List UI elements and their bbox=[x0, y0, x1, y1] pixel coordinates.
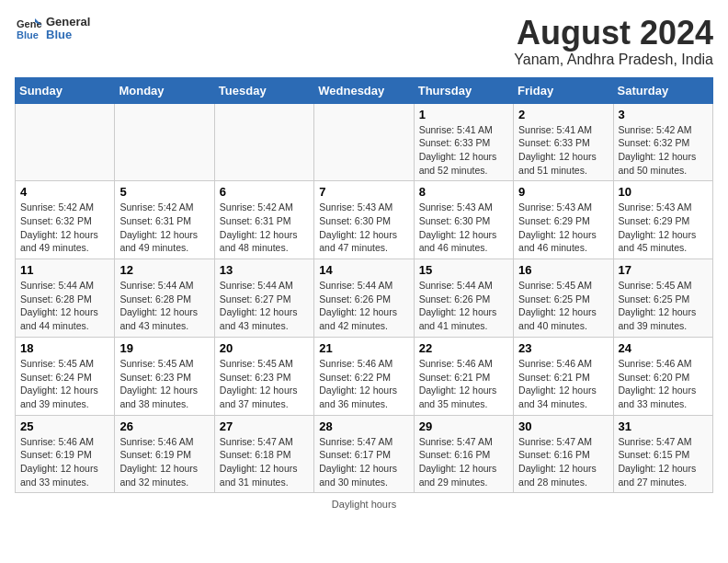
calendar-cell bbox=[314, 103, 414, 181]
day-info: Sunrise: 5:43 AM Sunset: 6:30 PM Dayligh… bbox=[319, 201, 408, 255]
calendar-title: August 2024 bbox=[514, 15, 713, 52]
calendar-cell: 10Sunrise: 5:43 AM Sunset: 6:29 PM Dayli… bbox=[613, 181, 712, 259]
calendar-cell: 19Sunrise: 5:45 AM Sunset: 6:23 PM Dayli… bbox=[115, 337, 214, 415]
calendar-cell: 29Sunrise: 5:47 AM Sunset: 6:16 PM Dayli… bbox=[414, 415, 513, 493]
logo: General Blue General Blue bbox=[15, 15, 90, 42]
week-row-5: 25Sunrise: 5:46 AM Sunset: 6:19 PM Dayli… bbox=[16, 415, 713, 493]
week-row-4: 18Sunrise: 5:45 AM Sunset: 6:24 PM Dayli… bbox=[16, 337, 713, 415]
calendar-cell: 24Sunrise: 5:46 AM Sunset: 6:20 PM Dayli… bbox=[613, 337, 712, 415]
day-number: 8 bbox=[419, 185, 508, 199]
day-info: Sunrise: 5:46 AM Sunset: 6:19 PM Dayligh… bbox=[119, 435, 209, 489]
day-info: Sunrise: 5:45 AM Sunset: 6:25 PM Dayligh… bbox=[619, 279, 708, 333]
calendar-cell: 21Sunrise: 5:46 AM Sunset: 6:22 PM Dayli… bbox=[314, 337, 414, 415]
logo-line1: General bbox=[46, 16, 90, 29]
calendar-cell: 4Sunrise: 5:42 AM Sunset: 6:32 PM Daylig… bbox=[16, 181, 115, 259]
day-info: Sunrise: 5:41 AM Sunset: 6:33 PM Dayligh… bbox=[419, 123, 508, 178]
calendar-cell: 8Sunrise: 5:43 AM Sunset: 6:30 PM Daylig… bbox=[414, 181, 513, 259]
calendar-cell: 27Sunrise: 5:47 AM Sunset: 6:18 PM Dayli… bbox=[214, 415, 313, 493]
calendar-cell: 15Sunrise: 5:44 AM Sunset: 6:26 PM Dayli… bbox=[414, 259, 513, 338]
header-day-tuesday: Tuesday bbox=[214, 77, 313, 103]
day-number: 18 bbox=[20, 341, 109, 355]
header-day-monday: Monday bbox=[115, 77, 214, 103]
day-info: Sunrise: 5:45 AM Sunset: 6:23 PM Dayligh… bbox=[220, 357, 309, 411]
day-info: Sunrise: 5:47 AM Sunset: 6:17 PM Dayligh… bbox=[319, 435, 408, 489]
day-number: 17 bbox=[619, 263, 708, 277]
calendar-cell: 31Sunrise: 5:47 AM Sunset: 6:15 PM Dayli… bbox=[613, 415, 712, 493]
week-row-3: 11Sunrise: 5:44 AM Sunset: 6:28 PM Dayli… bbox=[16, 259, 713, 338]
calendar-cell: 2Sunrise: 5:41 AM Sunset: 6:33 PM Daylig… bbox=[514, 103, 613, 181]
day-number: 21 bbox=[319, 341, 408, 355]
page-header: General Blue General Blue August 2024 Ya… bbox=[15, 15, 713, 68]
day-number: 14 bbox=[319, 263, 408, 277]
header-day-sunday: Sunday bbox=[16, 77, 115, 103]
calendar-cell: 30Sunrise: 5:47 AM Sunset: 6:16 PM Dayli… bbox=[514, 415, 613, 493]
calendar-cell: 28Sunrise: 5:47 AM Sunset: 6:17 PM Dayli… bbox=[314, 415, 414, 493]
day-info: Sunrise: 5:46 AM Sunset: 6:21 PM Dayligh… bbox=[419, 357, 508, 411]
day-number: 4 bbox=[20, 185, 109, 199]
day-info: Sunrise: 5:43 AM Sunset: 6:29 PM Dayligh… bbox=[619, 201, 708, 255]
day-info: Sunrise: 5:44 AM Sunset: 6:27 PM Dayligh… bbox=[220, 279, 309, 333]
calendar-cell: 22Sunrise: 5:46 AM Sunset: 6:21 PM Dayli… bbox=[414, 337, 513, 415]
day-info: Sunrise: 5:45 AM Sunset: 6:24 PM Dayligh… bbox=[20, 357, 109, 411]
calendar-cell: 14Sunrise: 5:44 AM Sunset: 6:26 PM Dayli… bbox=[314, 259, 414, 338]
svg-text:General: General bbox=[17, 18, 42, 29]
day-number: 7 bbox=[319, 185, 408, 199]
logo-icon: General Blue bbox=[15, 15, 42, 42]
calendar-cell: 12Sunrise: 5:44 AM Sunset: 6:28 PM Dayli… bbox=[115, 259, 214, 338]
day-number: 29 bbox=[419, 419, 508, 433]
day-info: Sunrise: 5:43 AM Sunset: 6:30 PM Dayligh… bbox=[419, 201, 508, 255]
calendar-cell: 25Sunrise: 5:46 AM Sunset: 6:19 PM Dayli… bbox=[16, 415, 115, 493]
header-day-friday: Friday bbox=[514, 77, 613, 103]
day-info: Sunrise: 5:42 AM Sunset: 6:32 PM Dayligh… bbox=[619, 123, 708, 178]
day-info: Sunrise: 5:45 AM Sunset: 6:25 PM Dayligh… bbox=[518, 279, 608, 333]
calendar-cell: 23Sunrise: 5:46 AM Sunset: 6:21 PM Dayli… bbox=[514, 337, 613, 415]
calendar-subtitle: Yanam, Andhra Pradesh, India bbox=[514, 52, 713, 68]
calendar-cell: 7Sunrise: 5:43 AM Sunset: 6:30 PM Daylig… bbox=[314, 181, 414, 259]
title-area: August 2024 Yanam, Andhra Pradesh, India bbox=[514, 15, 713, 68]
calendar-cell: 3Sunrise: 5:42 AM Sunset: 6:32 PM Daylig… bbox=[613, 103, 712, 181]
day-number: 11 bbox=[20, 263, 109, 277]
calendar-cell bbox=[214, 103, 313, 181]
day-info: Sunrise: 5:47 AM Sunset: 6:18 PM Dayligh… bbox=[220, 435, 309, 489]
day-number: 27 bbox=[220, 419, 309, 433]
day-info: Sunrise: 5:46 AM Sunset: 6:21 PM Dayligh… bbox=[518, 357, 608, 411]
day-number: 1 bbox=[419, 108, 508, 121]
day-number: 19 bbox=[119, 341, 209, 355]
calendar-cell: 20Sunrise: 5:45 AM Sunset: 6:23 PM Dayli… bbox=[214, 337, 313, 415]
calendar-cell: 6Sunrise: 5:42 AM Sunset: 6:31 PM Daylig… bbox=[214, 181, 313, 259]
day-number: 13 bbox=[220, 263, 309, 277]
day-number: 16 bbox=[518, 263, 608, 277]
day-number: 30 bbox=[518, 419, 608, 433]
calendar-cell: 17Sunrise: 5:45 AM Sunset: 6:25 PM Dayli… bbox=[613, 259, 712, 338]
svg-text:Blue: Blue bbox=[17, 29, 39, 40]
day-number: 9 bbox=[518, 185, 608, 199]
day-info: Sunrise: 5:47 AM Sunset: 6:16 PM Dayligh… bbox=[518, 435, 608, 489]
day-info: Sunrise: 5:42 AM Sunset: 6:31 PM Dayligh… bbox=[119, 201, 209, 255]
calendar-cell: 18Sunrise: 5:45 AM Sunset: 6:24 PM Dayli… bbox=[16, 337, 115, 415]
day-number: 24 bbox=[619, 341, 708, 355]
calendar-header-row: SundayMondayTuesdayWednesdayThursdayFrid… bbox=[16, 77, 713, 103]
day-info: Sunrise: 5:44 AM Sunset: 6:26 PM Dayligh… bbox=[319, 279, 408, 333]
day-number: 22 bbox=[419, 341, 508, 355]
day-info: Sunrise: 5:45 AM Sunset: 6:23 PM Dayligh… bbox=[119, 357, 209, 411]
day-number: 12 bbox=[119, 263, 209, 277]
week-row-2: 4Sunrise: 5:42 AM Sunset: 6:32 PM Daylig… bbox=[16, 181, 713, 259]
header-day-wednesday: Wednesday bbox=[314, 77, 414, 103]
day-number: 26 bbox=[119, 419, 209, 433]
day-info: Sunrise: 5:47 AM Sunset: 6:16 PM Dayligh… bbox=[419, 435, 508, 489]
day-number: 31 bbox=[619, 419, 708, 433]
day-number: 2 bbox=[518, 108, 608, 121]
day-info: Sunrise: 5:43 AM Sunset: 6:29 PM Dayligh… bbox=[518, 201, 608, 255]
footer-note: Daylight hours bbox=[15, 499, 713, 510]
day-number: 10 bbox=[619, 185, 708, 199]
calendar-cell: 16Sunrise: 5:45 AM Sunset: 6:25 PM Dayli… bbox=[514, 259, 613, 338]
day-number: 23 bbox=[518, 341, 608, 355]
day-number: 6 bbox=[220, 185, 309, 199]
day-number: 5 bbox=[119, 185, 209, 199]
day-info: Sunrise: 5:42 AM Sunset: 6:31 PM Dayligh… bbox=[220, 201, 309, 255]
day-info: Sunrise: 5:44 AM Sunset: 6:28 PM Dayligh… bbox=[20, 279, 109, 333]
logo-line2: Blue bbox=[46, 29, 90, 41]
day-number: 15 bbox=[419, 263, 508, 277]
calendar-cell: 5Sunrise: 5:42 AM Sunset: 6:31 PM Daylig… bbox=[115, 181, 214, 259]
calendar-table: SundayMondayTuesdayWednesdayThursdayFrid… bbox=[15, 77, 713, 494]
